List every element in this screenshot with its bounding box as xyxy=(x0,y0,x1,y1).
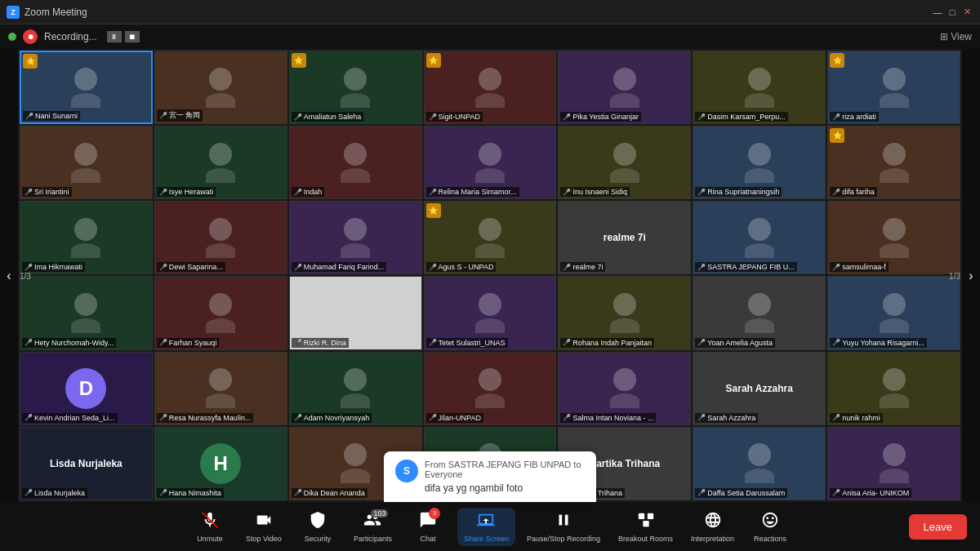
video-cell: 🎤Farhan Syauqi xyxy=(154,276,287,349)
recording-dot xyxy=(8,33,16,41)
video-cell: 🎤Isye Herawati xyxy=(154,126,287,199)
video-area: ‹ 1/3 ⭐🎤Nani Sunarni🎤宮一 角岡⭐🎤Amaliatun Sa… xyxy=(0,49,980,502)
participant-name-tag: 🎤realme 7i xyxy=(560,262,605,272)
participant-name-tag: 🎤Sigit-UNPAD xyxy=(426,112,483,122)
microphone-icon xyxy=(201,511,219,533)
recording-bar: ⏺ Recording... ⏸ ⏹ ⊞ View xyxy=(0,24,980,49)
video-cell: 🎤Sri Iriantini xyxy=(20,126,153,199)
svg-rect-5 xyxy=(643,520,648,526)
left-chevron-icon: ‹ xyxy=(7,269,11,283)
interpretation-button[interactable]: Interpretation xyxy=(684,508,741,546)
video-cell: 🎤Indah xyxy=(289,126,422,199)
close-button[interactable]: ✕ xyxy=(960,6,973,19)
participant-name-tag: 🎤difa fariha xyxy=(830,187,877,197)
participants-button[interactable]: 103 Participants xyxy=(347,508,399,546)
stop-video-button[interactable]: Stop Video xyxy=(239,508,288,546)
participant-name-tag: 🎤Pika Yestia Ginanjar xyxy=(560,112,641,122)
participant-name-tag: 🎤Dewi Saparina... xyxy=(157,262,225,272)
video-cell: 🎤Dasim Karsam_Perpu... xyxy=(693,51,826,124)
breakout-rooms-label: Breakout Rooms xyxy=(618,535,673,543)
video-cell: 🎤Muhamad Fariq Farind... xyxy=(289,201,422,274)
chat-popup: S From SASTRA JEPANG FIB UNPAD to Everyo… xyxy=(384,451,596,502)
video-cell: ⭐🎤Nani Sunarni xyxy=(20,51,153,124)
video-cell: ⭐🎤Agus S - UNPAD xyxy=(424,201,557,274)
video-cell: 🎤Anisa Aria- UNIKOM xyxy=(827,427,960,500)
participant-name-tag: 🎤Salma Intan Noviana - ... xyxy=(560,413,656,423)
svg-rect-2 xyxy=(565,514,568,525)
participant-name-tag: 🎤nunik rahmi xyxy=(830,413,883,423)
view-button[interactable]: ⊞ View xyxy=(940,31,972,42)
participant-name-tag: 🎤Indah xyxy=(292,187,325,197)
video-cell: 🎤宮一 角岡 xyxy=(154,51,287,124)
video-cell: Yoan Amelia Ag...🎤Yoan Amelia Agusta xyxy=(693,276,826,349)
pause-stop-button[interactable]: Pause/Stop Recording xyxy=(520,508,607,546)
toolbar: Unmute Stop Video Security 103 Participa… xyxy=(0,502,980,551)
video-cell: 🎤nunik rahmi xyxy=(827,352,960,425)
participant-name-tag: 🎤Kevin Andrian Seda_Li... xyxy=(22,413,118,423)
svg-rect-4 xyxy=(647,513,653,518)
participant-name-tag: 🎤Tetet Sulastri_UNAS xyxy=(426,338,508,348)
participant-name-tag: 🎤riza ardiati xyxy=(830,112,879,122)
video-cell: 🎤Hety Nurchomah-Widy... xyxy=(20,276,153,349)
participants-label: Participants xyxy=(354,535,392,543)
interpretation-label: Interpretation xyxy=(691,535,734,543)
security-label: Security xyxy=(305,535,332,543)
leave-button[interactable]: Leave xyxy=(909,514,967,540)
video-cell: 🎤Daffa Setia Darussalam xyxy=(693,427,826,500)
stop-recording-btn[interactable]: ⏹ xyxy=(125,31,140,42)
participant-name-tag: 🎤Sri Iriantini xyxy=(22,187,72,197)
participant-name-tag: 🎤Ima Hikmawati xyxy=(22,262,85,272)
video-cell: realme 7i🎤realme 7i xyxy=(558,201,691,274)
video-cell: 🎤Salma Intan Noviana - ... xyxy=(558,352,691,425)
participant-name-tag: 🎤Yuyu Yohana Risagarni... xyxy=(830,338,927,348)
security-button[interactable]: Security xyxy=(293,508,342,546)
participant-name-tag: 🎤Rohana Indah Panjaitan xyxy=(560,338,654,348)
video-cell: ⭐🎤Amaliatun Saleha xyxy=(289,51,422,124)
participant-name-tag: 🎤samsulimaa-f xyxy=(830,262,889,272)
participant-name-tag: 🎤Nani Sunarni xyxy=(23,111,80,121)
title-bar-left: Z Zoom Meeting xyxy=(7,6,87,19)
chat-popup-content: From SASTRA JEPANG FIB UNPAD to Everyone… xyxy=(395,460,585,494)
video-cell: 🎤Jilan-UNPAD xyxy=(424,352,557,425)
participant-name-tag: 🎤Adam Novriyansyah xyxy=(292,413,372,423)
video-cell: ⭐🎤Sigit-UNPAD xyxy=(424,51,557,124)
prev-page-arrow[interactable]: ‹ xyxy=(0,49,18,502)
recording-icon: ⏺ xyxy=(23,29,38,44)
chat-popup-message: difa ya yg ngambil foto xyxy=(425,482,585,494)
participants-icon: 103 xyxy=(363,511,381,533)
reactions-button[interactable]: Reactions xyxy=(746,508,795,546)
participant-name-tag: 🎤Dasim Karsam_Perpu... xyxy=(695,112,788,122)
participant-name-tag: 🎤Yoan Amelia Agusta xyxy=(695,338,775,348)
chat-button[interactable]: 3 Chat xyxy=(403,508,452,546)
cell-badge-icon: ⭐ xyxy=(292,53,306,68)
breakout-rooms-button[interactable]: Breakout Rooms xyxy=(612,508,679,546)
chat-popup-avatar: S xyxy=(395,460,418,482)
stop-video-label: Stop Video xyxy=(246,535,282,543)
pause-recording-btn[interactable]: ⏸ xyxy=(107,31,122,42)
participant-name-tag: 🎤Inu Isnaeni Sidiq xyxy=(560,187,630,197)
maximize-button[interactable]: □ xyxy=(946,6,959,19)
cell-badge-icon: ⭐ xyxy=(426,53,441,68)
participant-name-tag: 🎤Hana Nimashita xyxy=(157,488,224,498)
video-grid: ⭐🎤Nani Sunarni🎤宮一 角岡⭐🎤Amaliatun Saleha⭐🎤… xyxy=(18,49,962,502)
participant-name-tag: 🎤Relina Maria Simamor... xyxy=(426,187,519,197)
video-cell: 🎤Yuyu Yohana Risagarni... xyxy=(827,276,960,349)
participant-name-tag: 🎤Rina Supriatnaningsih xyxy=(695,187,782,197)
video-cell: 🎤Resa Nurassyfa Maulin... xyxy=(154,352,287,425)
pause-stop-label: Pause/Stop Recording xyxy=(527,535,600,543)
video-icon xyxy=(255,511,273,533)
shield-icon xyxy=(309,511,327,533)
share-screen-button[interactable]: Share Screen xyxy=(457,508,515,546)
participant-name-tag: 🎤Agus S - UNPAD xyxy=(426,262,497,272)
video-cell: Lisda Nurjaleka🎤Lisda Nurjaleka xyxy=(20,427,153,500)
next-page-arrow[interactable]: › xyxy=(962,49,980,502)
unmute-button[interactable]: Unmute xyxy=(185,508,234,546)
svg-rect-1 xyxy=(559,514,563,525)
minimize-button[interactable]: — xyxy=(931,6,944,19)
video-cell: 🎤Rina Supriatnaningsih xyxy=(693,126,826,199)
breakout-icon xyxy=(637,511,655,533)
participant-name-tag: 🎤Lisda Nurjaleka xyxy=(22,488,87,498)
recording-status: Recording... xyxy=(44,31,97,42)
video-cell: 🎤Inu Isnaeni Sidiq xyxy=(558,126,691,199)
video-cell: 🎤Relina Maria Simamor... xyxy=(424,126,557,199)
